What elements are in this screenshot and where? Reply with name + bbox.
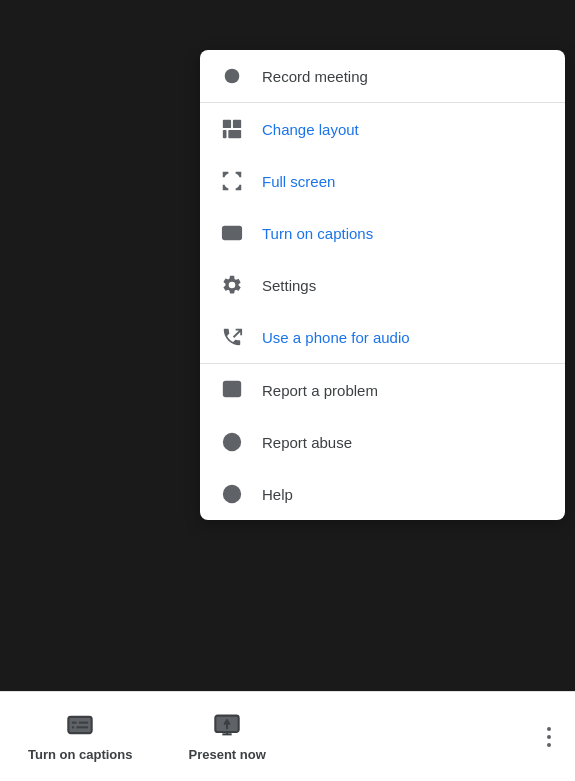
menu-item-phone-audio[interactable]: Use a phone for audio [200, 311, 565, 363]
toolbar-present-button[interactable]: Present now [160, 703, 293, 770]
menu-item-change-layout[interactable]: Change layout [200, 103, 565, 155]
record-icon [220, 64, 244, 88]
more-options-button[interactable] [539, 719, 559, 755]
toolbar-present-icon [213, 711, 241, 743]
help-icon [220, 482, 244, 506]
report-abuse-icon [220, 430, 244, 454]
turn-on-captions-label: Turn on captions [262, 225, 373, 242]
svg-rect-2 [233, 120, 241, 128]
bottom-toolbar: Turn on captions Present now [0, 691, 575, 781]
settings-label: Settings [262, 277, 316, 294]
menu-section-view: Change layout Full screen [200, 103, 565, 364]
toolbar-captions-label: Turn on captions [28, 747, 132, 762]
menu-item-record-meeting[interactable]: Record meeting [200, 50, 565, 102]
more-dot-1 [547, 727, 551, 731]
help-label: Help [262, 486, 293, 503]
fullscreen-icon [220, 169, 244, 193]
report-problem-icon [220, 378, 244, 402]
menu-item-help[interactable]: Help [200, 468, 565, 520]
phone-audio-label: Use a phone for audio [262, 329, 410, 346]
menu-section-record: Record meeting [200, 50, 565, 103]
menu-item-report-problem[interactable]: Report a problem [200, 364, 565, 416]
context-menu: Record meeting Change layout [200, 50, 565, 520]
svg-rect-18 [69, 717, 92, 733]
menu-item-turn-on-captions[interactable]: Turn on captions [200, 207, 565, 259]
more-dot-3 [547, 743, 551, 747]
svg-rect-4 [228, 130, 241, 138]
toolbar-captions-icon [66, 711, 94, 743]
menu-item-settings[interactable]: Settings [200, 259, 565, 311]
report-problem-label: Report a problem [262, 382, 378, 399]
menu-item-full-screen[interactable]: Full screen [200, 155, 565, 207]
change-layout-label: Change layout [262, 121, 359, 138]
settings-icon [220, 273, 244, 297]
menu-section-help: Report a problem Report abuse Help [200, 364, 565, 520]
layout-icon [220, 117, 244, 141]
svg-rect-1 [223, 120, 231, 128]
captions-icon [220, 221, 244, 245]
record-meeting-label: Record meeting [262, 68, 368, 85]
toolbar-captions-button[interactable]: Turn on captions [0, 703, 160, 770]
menu-item-report-abuse[interactable]: Report abuse [200, 416, 565, 468]
full-screen-label: Full screen [262, 173, 335, 190]
svg-point-0 [225, 69, 240, 84]
svg-rect-3 [223, 130, 227, 138]
more-dot-2 [547, 735, 551, 739]
report-abuse-label: Report abuse [262, 434, 352, 451]
toolbar-present-label: Present now [188, 747, 265, 762]
phone-audio-icon [220, 325, 244, 349]
